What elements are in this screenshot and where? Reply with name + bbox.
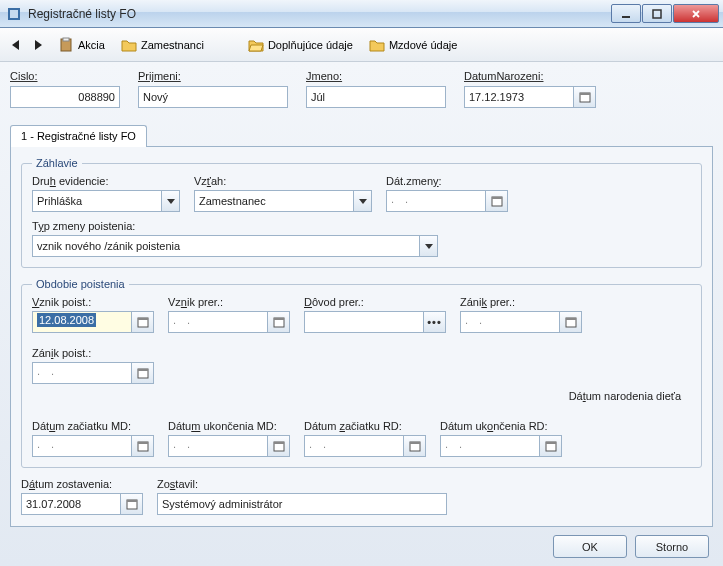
svg-rect-13 — [274, 318, 284, 320]
nav-prev-button[interactable] — [8, 37, 23, 53]
obdobie-group: Obdobie poistenia Vznik poist.: 12.08.20… — [21, 278, 702, 468]
prijmeni-input[interactable] — [138, 86, 288, 108]
zanikpoist-picker-button[interactable] — [132, 362, 154, 384]
typ-select[interactable] — [32, 235, 420, 257]
chevron-right-icon — [35, 40, 42, 50]
zanikprer-input[interactable]: . . — [460, 311, 560, 333]
datzost-picker-button[interactable] — [121, 493, 143, 515]
cislo-input[interactable] — [10, 86, 120, 108]
calendar-icon — [579, 91, 591, 103]
nav-next-button[interactable] — [31, 37, 46, 53]
titlebar: Registračné listy FO — [0, 0, 723, 28]
zacrd-input[interactable]: . . — [304, 435, 404, 457]
maximize-button[interactable] — [642, 4, 672, 23]
datzost-input[interactable] — [21, 493, 121, 515]
chevron-down-icon — [167, 199, 175, 204]
svg-rect-11 — [138, 318, 148, 320]
svg-rect-7 — [580, 93, 590, 95]
jmeno-input[interactable] — [306, 86, 446, 108]
clipboard-icon — [58, 37, 74, 53]
obdobie-legend: Obdobie poistenia — [32, 278, 129, 290]
doplnujuce-button[interactable]: Doplňujúce údaje — [244, 34, 357, 56]
svg-rect-19 — [138, 442, 148, 444]
jmeno-label: Jmeno: — [306, 70, 446, 82]
svg-rect-1 — [10, 10, 18, 18]
dovodprer-input[interactable] — [304, 311, 424, 333]
zanikprer-picker-button[interactable] — [560, 311, 582, 333]
datz-label: Dát.zmeny: — [386, 175, 508, 187]
calendar-icon — [126, 498, 138, 510]
svg-rect-3 — [653, 10, 661, 18]
zostavil-label: Zostavil: — [157, 478, 447, 490]
vztah-select[interactable] — [194, 190, 354, 212]
folder2-icon — [369, 37, 385, 53]
druh-select[interactable] — [32, 190, 162, 212]
svg-rect-9 — [492, 197, 502, 199]
vznikprer-input[interactable]: . . — [168, 311, 268, 333]
svg-rect-23 — [410, 442, 420, 444]
svg-rect-17 — [138, 369, 148, 371]
vznikpoist-input[interactable]: 12.08.2008 — [32, 311, 132, 333]
svg-rect-25 — [546, 442, 556, 444]
svg-rect-21 — [274, 442, 284, 444]
storno-button[interactable]: Storno — [635, 535, 709, 558]
toolbar: Akcia Zamestnanci Doplňujúce údaje Mzdov… — [0, 28, 723, 62]
ok-button[interactable]: OK — [553, 535, 627, 558]
zacmd-input[interactable]: . . — [32, 435, 132, 457]
zanikpoist-input[interactable]: . . — [32, 362, 132, 384]
doplnujuce-label: Doplňujúce údaje — [268, 39, 353, 51]
vznikpoist-picker-button[interactable] — [132, 311, 154, 333]
druh-label: Druh evidencie: — [32, 175, 180, 187]
datnar-picker-button[interactable] — [574, 86, 596, 108]
akcia-label: Akcia — [78, 39, 105, 51]
close-button[interactable] — [673, 4, 719, 23]
calendar-icon — [273, 316, 285, 328]
chevron-down-icon — [359, 199, 367, 204]
mzdove-button[interactable]: Mzdové údaje — [365, 34, 462, 56]
datz-input[interactable]: . . — [386, 190, 486, 212]
tab-label: 1 - Registračné listy FO — [21, 130, 136, 142]
tab-registracne[interactable]: 1 - Registračné listy FO — [10, 125, 147, 147]
ukonrd-label: Dátum ukončenia RD: — [440, 420, 562, 432]
chevron-down-icon — [425, 244, 433, 249]
zacrd-picker-button[interactable] — [404, 435, 426, 457]
zacmd-picker-button[interactable] — [132, 435, 154, 457]
vznikpoist-label: Vznik poist.: — [32, 296, 154, 308]
datnar-input[interactable] — [464, 86, 574, 108]
zacrd-label: Dátum začiatku RD: — [304, 420, 426, 432]
calendar-icon — [137, 316, 149, 328]
window-title: Registračné listy FO — [28, 7, 610, 21]
svg-rect-2 — [622, 16, 630, 18]
dovodprer-label: Dôvod prer.: — [304, 296, 446, 308]
ukonmd-picker-button[interactable] — [268, 435, 290, 457]
dovodprer-lookup-button[interactable]: ••• — [424, 311, 446, 333]
calendar-icon — [491, 195, 503, 207]
zamestnanci-button[interactable]: Zamestnanci — [117, 34, 208, 56]
vztah-dropdown-button[interactable] — [354, 190, 372, 212]
calendar-icon — [565, 316, 577, 328]
calendar-icon — [137, 440, 149, 452]
ukonrd-input[interactable]: . . — [440, 435, 540, 457]
mzdove-label: Mzdové údaje — [389, 39, 458, 51]
typ-dropdown-button[interactable] — [420, 235, 438, 257]
ukonmd-input[interactable]: . . — [168, 435, 268, 457]
typ-label: Typ zmeny poistenia: — [32, 220, 438, 232]
akcia-button[interactable]: Akcia — [54, 34, 109, 56]
dialog-buttons: OK Storno — [553, 535, 709, 558]
calendar-icon — [273, 440, 285, 452]
datnardieta-label: Dátum narodenia dieťa — [569, 390, 681, 402]
vznikprer-picker-button[interactable] — [268, 311, 290, 333]
druh-dropdown-button[interactable] — [162, 190, 180, 212]
svg-rect-5 — [63, 38, 69, 41]
minimize-button[interactable] — [611, 4, 641, 23]
zamestnanci-label: Zamestnanci — [141, 39, 204, 51]
cislo-label: Cislo: — [10, 70, 120, 82]
folder-open-icon — [248, 37, 264, 53]
datzost-label: Dátum zostavenia: — [21, 478, 143, 490]
zahlavie-legend: Záhlavie — [32, 157, 82, 169]
ukonrd-picker-button[interactable] — [540, 435, 562, 457]
zostavil-input[interactable] — [157, 493, 447, 515]
zanikpoist-label: Zánik poist.: — [32, 347, 154, 359]
datz-picker-button[interactable] — [486, 190, 508, 212]
svg-rect-27 — [127, 500, 137, 502]
